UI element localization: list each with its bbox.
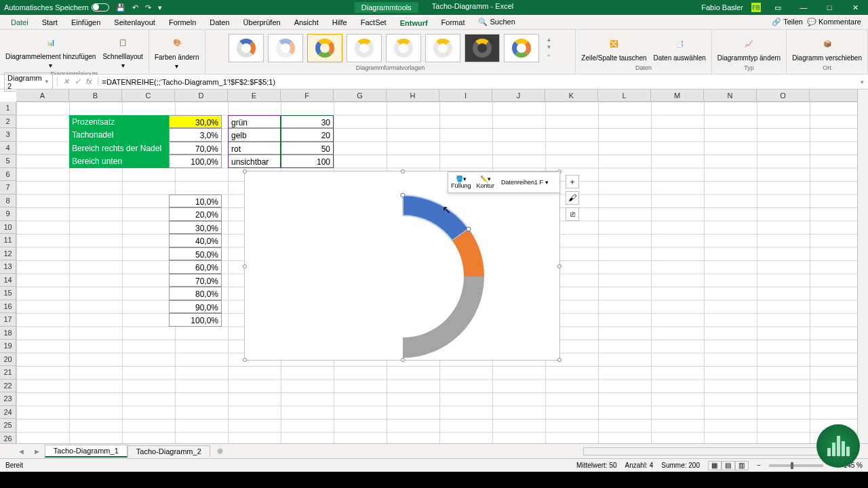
- cell-c15[interactable]: 80,0%: [169, 287, 222, 300]
- user-name[interactable]: Fabio Basler: [701, 3, 743, 12]
- view-page-break[interactable]: ▥: [735, 461, 749, 470]
- sheet-tab-2[interactable]: Tacho-Diagramm_2: [127, 445, 210, 457]
- move-chart[interactable]: 📦Diagramm verschieben: [791, 33, 863, 63]
- cell-c17[interactable]: 100,0%: [169, 313, 222, 327]
- cell-e3[interactable]: gelb: [228, 128, 281, 142]
- chart-object[interactable]: [244, 171, 560, 361]
- chart-style-6[interactable]: [425, 34, 460, 62]
- cancel-formula-icon[interactable]: ✕: [63, 77, 69, 86]
- outline-button[interactable]: ✏️▾Kontur: [474, 176, 498, 189]
- cell-b4[interactable]: Bereich rechts der Nadel: [69, 142, 169, 155]
- close-button[interactable]: ✕: [846, 3, 864, 12]
- share-button[interactable]: 🔗 Teilen: [772, 18, 803, 26]
- menu-einfuegen[interactable]: Einfügen: [64, 16, 107, 28]
- sheet-nav-prev[interactable]: ◄: [14, 447, 29, 455]
- chart-style-7[interactable]: [465, 34, 500, 62]
- chart-style-3[interactable]: [307, 34, 342, 62]
- enter-formula-icon[interactable]: ✓: [75, 77, 81, 86]
- cell-c4[interactable]: 70,0%: [169, 142, 222, 155]
- sheet-tab-1[interactable]: Tacho-Diagramm_1: [45, 445, 127, 458]
- menu-entwurf[interactable]: Entwurf: [393, 16, 435, 29]
- cell-c12[interactable]: 50,0%: [169, 247, 222, 261]
- column-headers[interactable]: ABCDEFGHIJKLMNO: [16, 89, 857, 102]
- autosave-toggle[interactable]: Automatisches Speichern: [4, 3, 109, 12]
- fill-button[interactable]: 🪣▾Füllung: [448, 176, 474, 189]
- change-chart-type[interactable]: 📈Diagrammtyp ändern: [716, 33, 782, 63]
- menu-suchen[interactable]: 🔍 Suchen: [471, 16, 521, 28]
- menu-format[interactable]: Format: [435, 16, 472, 28]
- chart-elements-button[interactable]: ＋: [566, 175, 579, 188]
- cell-c8[interactable]: 10,0%: [169, 195, 222, 208]
- cell-f5[interactable]: 100: [281, 155, 334, 168]
- chart-style-2[interactable]: [268, 34, 303, 62]
- menu-factset[interactable]: FactSet: [354, 16, 393, 28]
- undo-icon[interactable]: ↶: [132, 3, 138, 12]
- chart-style-5[interactable]: [386, 34, 421, 62]
- cell-c16[interactable]: 90,0%: [169, 300, 222, 314]
- cell-b3[interactable]: Tachonadel: [69, 128, 169, 142]
- cell-b2[interactable]: Prozentsatz: [69, 115, 169, 129]
- new-sheet-button[interactable]: ⊕: [210, 447, 230, 455]
- donut-slice-3[interactable]: [403, 277, 484, 358]
- cell-f2[interactable]: 30: [281, 115, 334, 129]
- menu-daten[interactable]: Daten: [203, 16, 236, 28]
- user-avatar[interactable]: FB: [751, 3, 761, 12]
- quick-layout[interactable]: 📋Schnelllayout▾: [101, 31, 144, 70]
- style-gallery-up[interactable]: ▲: [546, 37, 551, 43]
- cell-c14[interactable]: 70,0%: [169, 274, 222, 287]
- cell-e5[interactable]: unsichtbar: [228, 155, 281, 168]
- select-data[interactable]: 📑Daten auswählen: [652, 33, 707, 63]
- chart-styles-button[interactable]: 🖌: [566, 191, 579, 205]
- comments-button[interactable]: 💬 Kommentare: [807, 18, 861, 26]
- fx-icon[interactable]: fx: [86, 77, 92, 86]
- cell-c3[interactable]: 3,0%: [169, 128, 222, 142]
- row-headers[interactable]: 1234567891011121314151617181920212223242…: [0, 102, 16, 443]
- expand-formula-bar[interactable]: ▾: [856, 79, 868, 85]
- add-chart-element[interactable]: 📊Diagrammelement hinzufügen▾: [4, 31, 97, 70]
- cell-f3[interactable]: 20: [281, 128, 334, 142]
- ribbon-options-icon[interactable]: ▭: [769, 3, 787, 12]
- change-colors[interactable]: 🎨Farben ändern▾: [153, 32, 201, 71]
- zoom-slider[interactable]: [769, 464, 823, 467]
- maximize-button[interactable]: □: [821, 3, 838, 12]
- cell-e4[interactable]: rot: [228, 142, 281, 155]
- save-icon[interactable]: 💾: [116, 3, 125, 12]
- menu-datei[interactable]: Datei: [4, 16, 35, 28]
- series-dropdown[interactable]: Datenreihen1 F ▾: [497, 179, 553, 186]
- view-normal[interactable]: ▦: [708, 461, 722, 470]
- cell-c9[interactable]: 20,0%: [169, 207, 222, 221]
- cell-c2[interactable]: 30,0%: [169, 115, 222, 129]
- chart-style-1[interactable]: [229, 34, 264, 62]
- donut-slice-1[interactable]: [403, 195, 469, 241]
- horizontal-scrollbar[interactable]: [583, 447, 854, 455]
- menu-start[interactable]: Start: [35, 16, 64, 28]
- name-box[interactable]: Diagramm 2▼: [4, 73, 53, 92]
- minimize-button[interactable]: —: [795, 3, 812, 12]
- switch-row-col[interactable]: 🔀Zeile/Spalte tauschen: [580, 33, 648, 63]
- chart-filters-button[interactable]: ⎚: [566, 207, 579, 221]
- cell-c11[interactable]: 40,0%: [169, 234, 222, 247]
- cell-b5[interactable]: Bereich unten: [69, 155, 169, 168]
- style-gallery-more[interactable]: ＝: [546, 52, 551, 59]
- style-gallery-down[interactable]: ▼: [546, 44, 551, 50]
- cell-c13[interactable]: 60,0%: [169, 260, 222, 274]
- chart-style-8[interactable]: [504, 34, 539, 62]
- menu-seitenlayout[interactable]: Seitenlayout: [107, 16, 162, 28]
- menu-formeln[interactable]: Formeln: [162, 16, 203, 28]
- qat-more[interactable]: ▾: [158, 3, 162, 12]
- zoom-out[interactable]: −: [757, 462, 761, 469]
- cell-f4[interactable]: 50: [281, 142, 334, 155]
- cell-grid[interactable]: Prozentsatz 30,0% Tachonadel 3,0% Bereic…: [16, 102, 857, 443]
- menu-hilfe[interactable]: Hilfe: [326, 16, 354, 28]
- menu-ansicht[interactable]: Ansicht: [288, 16, 326, 28]
- view-page-layout[interactable]: ▤: [722, 461, 735, 470]
- sheet-nav-next[interactable]: ►: [29, 447, 45, 455]
- redo-icon[interactable]: ↷: [145, 3, 151, 12]
- vertical-scrollbar[interactable]: [857, 89, 868, 443]
- chart-style-4[interactable]: [347, 34, 382, 62]
- formula-input[interactable]: =DATENREIHE(;;'Tacho-Diagramm_1'!$F$2:$F…: [98, 78, 856, 86]
- cell-c10[interactable]: 30,0%: [169, 221, 222, 235]
- cell-e2[interactable]: grün: [228, 115, 281, 129]
- menu-ueberpruefen[interactable]: Überprüfen: [237, 16, 288, 28]
- cell-c5[interactable]: 100,0%: [169, 155, 222, 168]
